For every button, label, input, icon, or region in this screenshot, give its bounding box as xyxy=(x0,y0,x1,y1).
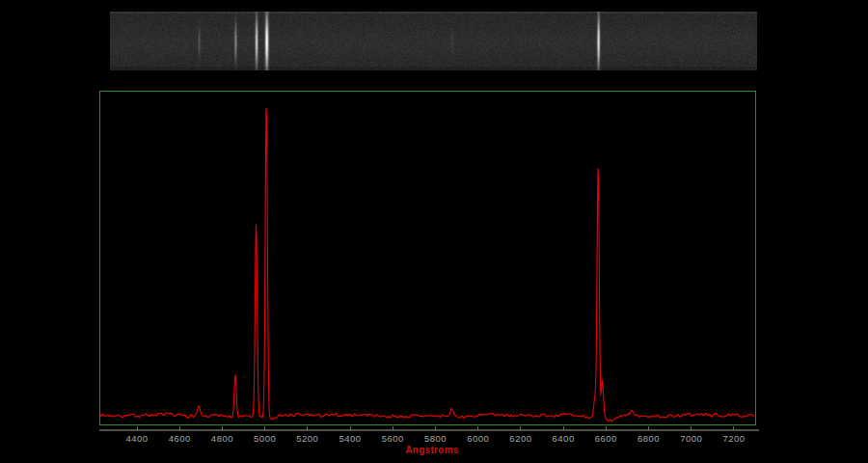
spectrum-viewer: 4400460048005000520054005600580060006200… xyxy=(0,0,868,463)
x-tick-label: 7200 xyxy=(713,433,755,444)
x-tick-label: 5200 xyxy=(286,433,329,444)
x-tick xyxy=(307,426,308,430)
1d-spectrum-plot-frame xyxy=(99,91,756,425)
x-tick xyxy=(435,426,436,430)
x-tick-label: 6200 xyxy=(500,433,542,444)
x-tick-label: 4400 xyxy=(116,433,158,444)
x-axis-line xyxy=(99,429,759,431)
x-tick xyxy=(733,426,734,430)
x-tick-label: 6800 xyxy=(628,433,670,444)
x-tick xyxy=(350,426,351,430)
2d-spectrum-strip xyxy=(110,12,757,70)
x-tick xyxy=(563,426,564,430)
x-tick xyxy=(606,426,607,430)
x-tick-label: 6000 xyxy=(457,433,500,444)
x-tick xyxy=(222,426,223,430)
x-tick xyxy=(691,426,692,430)
1d-spectrum-plot xyxy=(100,92,755,424)
x-tick-label: 5000 xyxy=(244,433,286,444)
x-tick xyxy=(137,426,138,430)
x-tick xyxy=(477,426,478,430)
x-tick xyxy=(648,426,649,430)
x-tick xyxy=(179,426,180,430)
x-tick xyxy=(393,426,393,430)
x-tick-label: 5600 xyxy=(371,433,414,444)
x-tick-label: 5400 xyxy=(329,433,371,444)
x-tick-label: 7000 xyxy=(670,433,713,444)
x-tick xyxy=(520,426,521,430)
x-tick-label: 6600 xyxy=(584,433,627,444)
x-tick xyxy=(264,426,265,430)
x-tick-label: 6400 xyxy=(542,433,584,444)
x-tick-label: 4600 xyxy=(158,433,201,444)
x-axis-title: Angstroms xyxy=(384,445,480,455)
x-tick-label: 5800 xyxy=(414,433,456,444)
x-tick-label: 4800 xyxy=(201,433,243,444)
